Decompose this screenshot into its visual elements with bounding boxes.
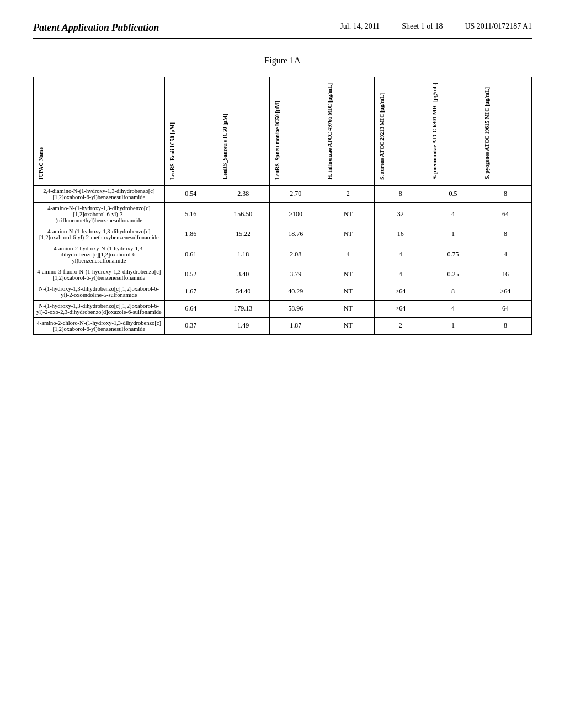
cell-3-s_pneu: 0.75 <box>427 243 479 266</box>
col-header-s-pyo: S. pyogenes ATCC 19615 MIC [μg/mL] <box>479 77 531 186</box>
cell-7-leuRS_ecoli: 0.37 <box>164 317 217 334</box>
cell-5-h_inf: NT <box>322 283 374 300</box>
cell-4-s_pyo: 16 <box>479 266 531 283</box>
cell-3-leuRS_saur: 1.18 <box>217 243 269 266</box>
cell-2-s_pneu: 1 <box>427 226 479 243</box>
cell-2-s_pyo: 8 <box>479 226 531 243</box>
cell-1-s_pyo: 64 <box>479 202 531 226</box>
cell-0-s_pneu: 0.5 <box>427 185 479 202</box>
table-row: 4-amino-2-chloro-N-(1-hydroxy-1,3-dihydr… <box>34 317 532 334</box>
cell-4-iupac: 4-amino-3-fluoro-N-(1-hydroxy-1,3-dihydr… <box>34 266 165 283</box>
cell-5-leuRS_spneu: 40.29 <box>269 283 322 300</box>
page: Patent Application Publication Jul. 14, … <box>0 0 565 728</box>
col-header-leuRS-ecoli: LeuRS_Ecoii IC50 [μM] <box>164 77 217 186</box>
cell-0-leuRS_ecoli: 0.54 <box>164 185 217 202</box>
cell-0-h_inf: 2 <box>322 185 374 202</box>
cell-4-s_pneu: 0.25 <box>427 266 479 283</box>
table-row: N-(1-hydroxy-1,3-dihydrobenzo[c][1,2]oxa… <box>34 300 532 317</box>
cell-0-leuRS_spneu: 2.70 <box>269 185 322 202</box>
cell-4-leuRS_saur: 3.40 <box>217 266 269 283</box>
col-header-iupac: IUPAC Name <box>34 77 165 186</box>
cell-4-s_aureus: 4 <box>374 266 427 283</box>
cell-5-s_pneu: 8 <box>427 283 479 300</box>
cell-1-h_inf: NT <box>322 202 374 226</box>
cell-2-leuRS_ecoli: 1.86 <box>164 226 217 243</box>
publication-title: Patent Application Publication <box>33 22 159 34</box>
cell-7-s_aureus: 2 <box>374 317 427 334</box>
cell-1-leuRS_spneu: >100 <box>269 202 322 226</box>
cell-7-h_inf: NT <box>322 317 374 334</box>
table-row: 2,4-diamino-N-(1-hydroxy-1,3-dihydrobenz… <box>34 185 532 202</box>
cell-3-s_pyo: 4 <box>479 243 531 266</box>
cell-3-leuRS_spneu: 2.08 <box>269 243 322 266</box>
cell-2-iupac: 4-amino-N-(1-hydroxy-1,3-dihydrobenzo[c]… <box>34 226 165 243</box>
col-header-leuRS-spneu: LeuRS_Spneu moniae IC50 [μM] <box>269 77 322 186</box>
cell-4-h_inf: NT <box>322 266 374 283</box>
cell-7-leuRS_spneu: 1.87 <box>269 317 322 334</box>
cell-3-leuRS_ecoli: 0.61 <box>164 243 217 266</box>
cell-6-iupac: N-(1-hydroxy-1,3-dihydrobenzo[c][1,2]oxa… <box>34 300 165 317</box>
cell-7-iupac: 4-amino-2-chloro-N-(1-hydroxy-1,3-dihydr… <box>34 317 165 334</box>
page-header: Patent Application Publication Jul. 14, … <box>33 22 532 39</box>
cell-2-leuRS_spneu: 18.76 <box>269 226 322 243</box>
cell-1-leuRS_ecoli: 5.16 <box>164 202 217 226</box>
cell-3-iupac: 4-amino-2-hydroxy-N-(1-hydroxy-1,3-dihyd… <box>34 243 165 266</box>
header-meta: Jul. 14, 2011 Sheet 1 of 18 US 2011/0172… <box>340 22 532 31</box>
col-header-leuRS-saur: LeuRS_Saureu s IC50 [μM] <box>217 77 269 186</box>
cell-5-leuRS_ecoli: 1.67 <box>164 283 217 300</box>
data-table-wrapper: IUPAC Name LeuRS_Ecoii IC50 [μM] LeuRS_S… <box>33 77 532 335</box>
cell-4-leuRS_spneu: 3.79 <box>269 266 322 283</box>
cell-6-s_pneu: 4 <box>427 300 479 317</box>
cell-5-iupac: N-(1-hydroxy-1,3-dihydrobenzo[c][1,2]oxa… <box>34 283 165 300</box>
cell-7-s_pyo: 8 <box>479 317 531 334</box>
cell-5-s_pyo: >64 <box>479 283 531 300</box>
cell-3-s_aureus: 4 <box>374 243 427 266</box>
col-header-s-pneu: S. pneumoniae ATCC 6301 MIC [μg/mL] <box>427 77 479 186</box>
cell-6-s_pyo: 64 <box>479 300 531 317</box>
cell-1-leuRS_saur: 156.50 <box>217 202 269 226</box>
cell-2-leuRS_saur: 15.22 <box>217 226 269 243</box>
cell-6-leuRS_ecoli: 6.64 <box>164 300 217 317</box>
table-header-row: IUPAC Name LeuRS_Ecoii IC50 [μM] LeuRS_S… <box>34 77 532 186</box>
cell-7-s_pneu: 1 <box>427 317 479 334</box>
cell-6-leuRS_saur: 179.13 <box>217 300 269 317</box>
table-row: 4-amino-N-(1-hydroxy-1,3-dihydrobenzo[c]… <box>34 226 532 243</box>
cell-1-iupac: 4-amino-N-(1-hydroxy-1,3-dihydrobenzo[c]… <box>34 202 165 226</box>
cell-1-s_aureus: 32 <box>374 202 427 226</box>
cell-1-s_pneu: 4 <box>427 202 479 226</box>
cell-0-s_aureus: 8 <box>374 185 427 202</box>
cell-0-iupac: 2,4-diamino-N-(1-hydroxy-1,3-dihydrobenz… <box>34 185 165 202</box>
table-row: 4-amino-3-fluoro-N-(1-hydroxy-1,3-dihydr… <box>34 266 532 283</box>
col-header-h-inf: H. influenzae ATCC 49766 MIC [μg/mL] <box>322 77 374 186</box>
cell-5-leuRS_saur: 54.40 <box>217 283 269 300</box>
publication-date: Jul. 14, 2011 <box>340 22 380 31</box>
table-row: N-(1-hydroxy-1,3-dihydrobenzo[c][1,2]oxa… <box>34 283 532 300</box>
cell-3-h_inf: 4 <box>322 243 374 266</box>
cell-2-s_aureus: 16 <box>374 226 427 243</box>
publication-number: US 2011/0172187 A1 <box>465 22 532 31</box>
cell-0-s_pyo: 8 <box>479 185 531 202</box>
data-table: IUPAC Name LeuRS_Ecoii IC50 [μM] LeuRS_S… <box>33 77 532 335</box>
table-row: 4-amino-N-(1-hydroxy-1,3-dihydrobenzo[c]… <box>34 202 532 226</box>
sheet-info: Sheet 1 of 18 <box>402 22 443 31</box>
cell-4-leuRS_ecoli: 0.52 <box>164 266 217 283</box>
cell-0-leuRS_saur: 2.38 <box>217 185 269 202</box>
col-header-s-aureus: S. aureus ATCC 29213 MIC [μg/mL] <box>374 77 427 186</box>
cell-7-leuRS_saur: 1.49 <box>217 317 269 334</box>
cell-2-h_inf: NT <box>322 226 374 243</box>
cell-5-s_aureus: >64 <box>374 283 427 300</box>
cell-6-h_inf: NT <box>322 300 374 317</box>
cell-6-s_aureus: >64 <box>374 300 427 317</box>
table-row: 4-amino-2-hydroxy-N-(1-hydroxy-1,3-dihyd… <box>34 243 532 266</box>
cell-6-leuRS_spneu: 58.96 <box>269 300 322 317</box>
figure-title: Figure 1A <box>33 56 532 66</box>
